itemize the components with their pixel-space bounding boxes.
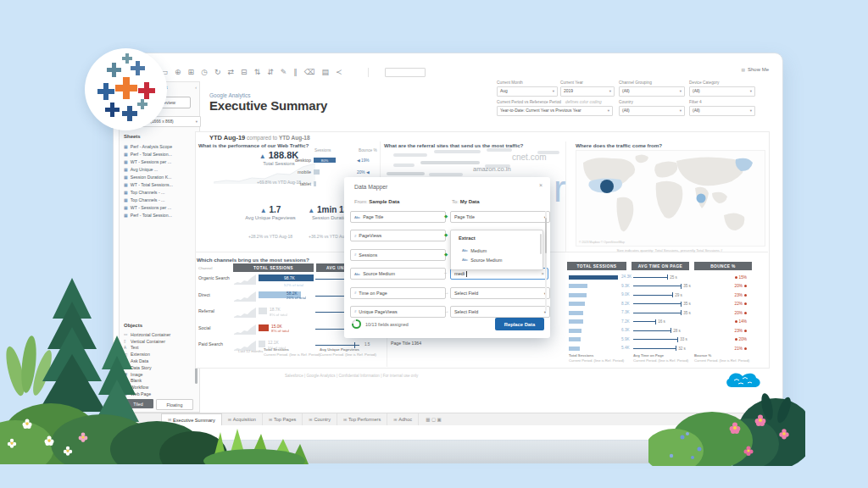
page-row[interactable]: 24.3K 25 s 15% [567,273,768,282]
toolbar-icon[interactable]: ▤ [322,68,330,76]
filter-dropdown[interactable]: (All)▾ [619,106,685,116]
sheet-list-item[interactable]: ▦ Perf - Analysis Scope [124,142,198,150]
dropdown-option[interactable]: Abc Medium [462,246,502,255]
sheet-name: Perf - Total Session... [131,213,172,218]
sheet-list-item[interactable]: ▦ WT - Sessions per ... [124,158,198,165]
plants-decoration-left [0,269,314,464]
mapper-row: Abc Page Title ◆ [350,211,450,230]
page-row[interactable]: 8.2K 35 s 22% [567,300,768,309]
toolbar-icon[interactable]: ≺ [336,68,342,76]
replace-data-button[interactable]: Replace Data [495,318,544,330]
from-field[interactable]: # Unique PageViews [350,306,446,318]
sessions-value: 7.3K [621,310,630,314]
page-row[interactable]: 7.3K 35 s 20% [567,308,768,318]
collapse-pane-icon[interactable]: ‹ [195,85,197,90]
toolbar-icon[interactable]: ⊟ [241,68,248,76]
page-row[interactable]: 9.3K 35 s 20% [567,282,768,291]
toolbar-icon[interactable]: ◷ [201,68,208,76]
filter-dropdown[interactable]: 2019▾ [560,86,615,97]
sessions-bar [569,347,580,351]
sheet-list-item[interactable]: ▦ WT - Sessions per ... [124,203,198,211]
toolbar-icon[interactable]: ⇵ [267,68,274,76]
sessions-bar [569,337,581,341]
sheet-name: WT - Sessions per ... [131,159,171,164]
sheet-list-item[interactable]: ▦ Top Channels - ... [124,196,198,203]
filter-channel-grouping: Channel Grouping (All)▾ [619,80,685,97]
page-row[interactable]: 7.2K 16 s 14% [567,318,768,327]
worksheet-icon: ▦ [124,205,128,210]
map-caption: Size indicates quantity: Total Sessions,… [576,248,764,252]
from-field[interactable]: Abc Source Medium [350,268,446,280]
sheet-tab[interactable]: ⊞ Top Performers [337,413,387,425]
toolbar-icon[interactable]: ⊞ [188,68,195,76]
to-field-page-title[interactable]: Page Title▾ [450,211,550,223]
toolbar-icon[interactable]: ∥ [293,68,298,76]
reference-dot-icon [744,312,747,314]
show-me-button[interactable]: ▤ Show Me [741,67,769,72]
wordcloud-site-partial[interactable]: r [554,170,566,208]
close-icon[interactable]: × [539,182,542,188]
text-cursor [466,271,467,277]
toolbar-icon[interactable]: ⇄ [228,68,235,76]
from-field[interactable]: # Sessions [350,249,446,261]
toolbar-icon[interactable]: ⇅ [254,68,261,76]
map-dot-india[interactable] [697,194,706,203]
dropdown-option[interactable]: Abc Source Medium [462,255,502,264]
from-field[interactable]: Abc Page Title [350,211,446,223]
page-row[interactable]: 5.9K 33 s 20% [567,336,768,345]
toolbar-icon[interactable]: ⊕ [175,68,181,76]
show-me-label: Show Me [748,67,769,72]
filter-dropdown[interactable]: (All)▾ [689,86,755,97]
column-header: Sessions [314,148,331,152]
sessions-value: 9.3K [621,284,630,288]
reference-dot-icon [735,320,737,323]
page-row[interactable]: 9.0K 29 s 23% [567,291,768,300]
toolbar-icon[interactable]: ⌫ [304,68,315,76]
sheet-list-item[interactable]: ▦ Avg Unique ... [124,165,198,173]
toolbar-icon[interactable]: ↻ [214,68,221,76]
sheet-tab[interactable]: ⊞ Adhoc [387,413,419,425]
sheet-name: Perf - Analysis Scope [131,144,172,149]
device-row: desktop 80% ◀ 19% [286,156,396,168]
world-map[interactable]: © 2023 Mapbox © OpenStreetMap [576,150,765,247]
worksheet-icon: ▦ [124,167,128,172]
from-field[interactable]: # Time on Page [350,287,446,299]
avg-time-lollipop: 29 s [633,291,682,300]
wordcloud-site-cnet[interactable]: cnet.com [512,153,547,162]
sheet-list-item[interactable]: ▦ Perf - Total Session... [124,211,198,219]
toolbar-fit-selector[interactable] [385,68,426,77]
up-triangle-icon: ▲ [259,152,266,160]
sessions-bar [569,311,583,315]
performance-question: What is the performance of our Web Traff… [198,142,309,148]
sessions-bar [569,329,581,333]
filter-label: Filter 4 [689,100,755,104]
plants-decoration-right [648,381,805,466]
wordcloud-site-amazon[interactable]: amazon.co.in [473,166,511,173]
field-name: Page Title [363,214,383,219]
reference-dot-icon [735,338,737,341]
dropdown-scrollbar[interactable] [540,234,542,254]
new-sheet-buttons[interactable]: ▦ ▢ ▣ [419,413,448,425]
filter-current-year: Current Year 2019▾ [560,80,615,97]
sheet-list-item[interactable]: ▦ WT - Total Sessions... [124,180,198,188]
page-row[interactable]: 6.3K 28 s 23% [567,326,768,336]
dialog-scrollbar[interactable] [545,211,548,311]
to-column-header: To: My Data [452,199,480,204]
filter-dropdown[interactable]: (All)▾ [689,106,755,116]
from-field[interactable]: # PageViews [350,230,446,241]
to-field-unique-pageviews[interactable]: Select Field▾ [450,306,550,318]
filter-dropdown[interactable]: Year-to-Date: Current Year vs Previous Y… [497,106,613,116]
filter-dropdown[interactable]: Aug▾ [497,86,558,97]
map-dot-usa[interactable] [600,180,614,193]
sheet-list-item[interactable]: ▦ Session Duration K... [124,173,198,180]
clear-input-icon[interactable]: × [541,271,544,276]
bounce-cell: 23% [694,291,747,300]
filter-dropdown[interactable]: (All)▾ [619,86,685,97]
sheet-list-item[interactable]: ▦ Top Channels - ... [124,188,198,196]
sheet-list-item[interactable]: ▦ Perf - Total Session... [124,150,198,158]
toolbar-icon[interactable]: ✎ [281,68,287,76]
to-field-time-on-page[interactable]: Select Field▾ [450,287,550,299]
scene: ↶▭⊕⊞◷↻⇄⊟⇅⇵✎∥⌫▤≺ ▤ Show Me Dashboard Layo… [0,0,868,488]
device-label: desktop [286,158,314,163]
page-row[interactable]: 5.4K 32 s 21% [567,344,768,353]
